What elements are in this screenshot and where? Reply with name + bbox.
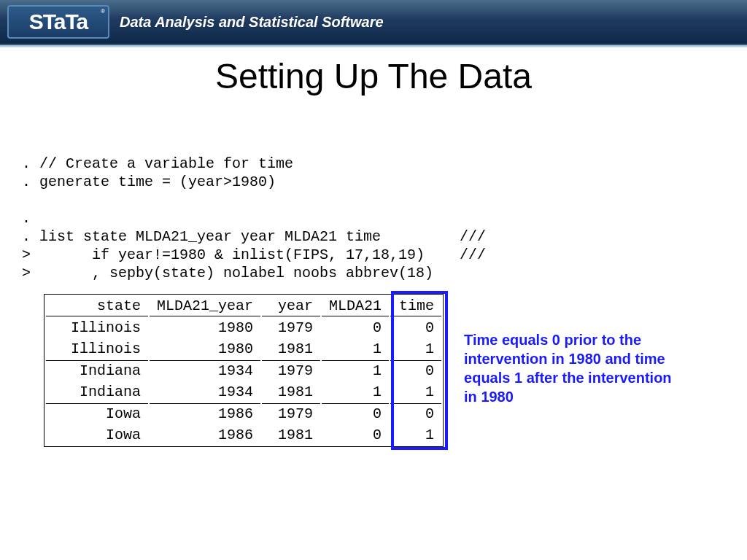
logo-text: STaTa	[29, 9, 88, 34]
col-header-mlda21year: MLDA21_year	[150, 296, 260, 316]
table-row-wrapper: state MLDA21_year year MLDA21 time Illin…	[22, 294, 725, 447]
col-header-state: state	[46, 296, 148, 316]
col-header-mlda21: MLDA21	[322, 296, 389, 316]
table-header-row: state MLDA21_year year MLDA21 time	[46, 296, 441, 316]
code-block: . // Create a variable for time . genera…	[22, 155, 725, 282]
col-header-year: year	[262, 296, 320, 316]
stata-logo: STaTa ®	[7, 5, 109, 39]
header-tagline: Data Analysis and Statistical Software	[120, 14, 384, 31]
header-divider	[0, 45, 747, 47]
app-header: STaTa ® Data Analysis and Statistical So…	[0, 0, 747, 45]
table-row: Illinois 1980 1981 1 1	[46, 339, 441, 359]
annotation-text: Time equals 0 prior to the intervention …	[464, 330, 683, 406]
table-row: Illinois 1980 1979 0 0	[46, 318, 441, 338]
table-row: Indiana 1934 1979 1 0	[46, 360, 441, 381]
table-row: Iowa 1986 1979 0 0	[46, 403, 441, 424]
code-line: .	[22, 210, 31, 227]
page-title: Setting Up The Data	[0, 56, 747, 96]
code-line: . list state MLDA21_year year MLDA21 tim…	[22, 228, 486, 245]
code-line: . generate time = (year>1980)	[22, 174, 276, 190]
table-row: Iowa 1986 1981 0 1	[46, 425, 441, 445]
code-line: > , sepby(state) nolabel noobs abbrev(18…	[22, 265, 433, 281]
table-row: Indiana 1934 1981 1 1	[46, 382, 441, 402]
registered-mark: ®	[101, 8, 105, 15]
col-header-time: time	[390, 296, 441, 316]
output-table: state MLDA21_year year MLDA21 time Illin…	[44, 294, 444, 447]
table-container: state MLDA21_year year MLDA21 time Illin…	[22, 294, 444, 447]
slide-content: . // Create a variable for time . genera…	[0, 155, 747, 447]
code-line: . // Create a variable for time	[22, 155, 293, 172]
code-line: > if year!=1980 & inlist(FIPS, 17,18,19)…	[22, 246, 486, 263]
